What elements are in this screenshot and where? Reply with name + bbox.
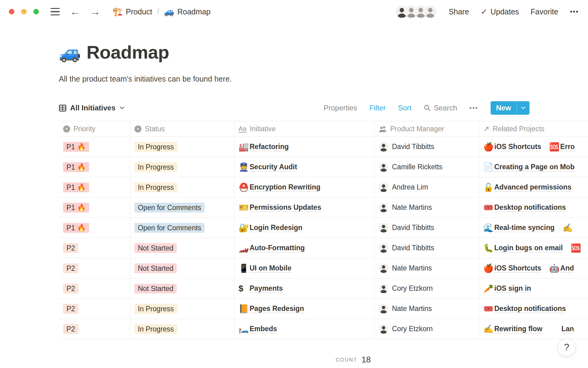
forward-arrow-icon[interactable]: → [90,7,100,17]
updates-button[interactable]: ✓ Updates [481,7,519,17]
related-project-link[interactable]: 🐛 Login bugs on email [483,243,563,253]
related-project-link[interactable]: Lan [550,325,574,333]
related-project-link[interactable]: 🎟️ Desktop notifications [483,203,566,213]
initiative-link[interactable]: Permissions Updates [250,203,321,212]
zoom-window-button[interactable] [33,9,39,14]
initiative-cell[interactable]: 🎫 Permissions Updates [234,197,375,217]
initiative-link[interactable]: Login Redesign [250,224,303,232]
initiative-link[interactable]: Security Audit [250,163,297,171]
new-button-dropdown[interactable] [517,101,530,115]
product-manager-cell[interactable]: David Tibbitts [375,137,479,157]
priority-cell[interactable]: P1 🔥 [59,177,130,197]
table-count[interactable]: COUNT 18 [336,355,371,365]
status-cell[interactable]: In Progress [130,137,234,157]
initiative-link[interactable]: Payments [250,284,283,293]
status-cell[interactable]: Open for Comments [130,218,234,238]
related-projects-cell[interactable]: 🔓 Advanced permissions [479,177,588,197]
help-button[interactable]: ? [558,339,575,356]
initiative-cell[interactable]: 🏎️ Auto-Formatting [234,238,375,258]
priority-cell[interactable]: P1 🔥 [59,137,130,157]
related-projects-cell[interactable]: 🥕 iOS sign in [479,278,588,298]
related-projects-cell[interactable]: 🐛 Login bugs on email 🆘 [479,238,588,258]
product-manager-cell[interactable]: David Tibbitts [375,218,479,238]
breadcrumb-item-roadmap[interactable]: 🚙 Roadmap [164,7,210,17]
initiative-link[interactable]: Refactoring [250,143,289,151]
new-button[interactable]: New [491,101,530,115]
product-manager-cell[interactable]: David Tibbitts [375,238,479,258]
initiative-cell[interactable]: 📱 UI on Mobile [234,258,375,278]
initiative-cell[interactable]: $ Payments [234,278,375,298]
column-header-related-projects[interactable]: ↗ Related Projects [479,121,588,136]
related-project-link[interactable]: 🔓 Advanced permissions [483,182,571,192]
column-header-initiative[interactable]: Aa Initiative [234,121,375,136]
initiative-cell[interactable]: 🛏️ Embeds [234,319,375,339]
related-project-link[interactable]: 🌊 Real-time syncing [483,223,555,233]
related-project-link[interactable]: 🆘 Erro [549,142,575,152]
properties-button[interactable]: Properties [324,104,357,112]
share-button[interactable]: Share [449,7,469,16]
related-project-link[interactable]: 🥕 iOS sign in [483,284,531,293]
status-cell[interactable]: Open for Comments [130,197,234,217]
product-manager-cell[interactable]: Camille Ricketts [375,157,479,177]
column-header-priority[interactable]: ▼ Priority [59,121,130,136]
initiative-cell[interactable]: ⛑️ Encryption Rewriting [234,177,375,197]
collaborator-avatars[interactable] [396,6,436,18]
status-cell[interactable]: In Progress [130,319,234,339]
product-manager-cell[interactable]: Nate Martins [375,299,479,319]
related-project-link[interactable]: 🎟️ Desktop notifications [483,304,566,314]
priority-cell[interactable]: P2 [59,278,130,298]
related-projects-cell[interactable]: 🎟️ Desktop notifications [479,197,588,217]
status-cell[interactable]: Not Started [130,258,234,278]
product-manager-cell[interactable]: Cory Etzkorn [375,319,479,339]
close-window-button[interactable] [9,9,14,14]
priority-cell[interactable]: P2 [59,299,130,319]
related-projects-cell[interactable]: 🎟️ Desktop notifications [479,299,588,319]
related-projects-cell[interactable]: 🍎 iOS Shortcuts 🆘 Erro [479,137,588,157]
page-subtitle[interactable]: All the product team's initiatives can b… [59,75,588,83]
product-manager-cell[interactable]: Andrea Lim [375,177,479,197]
sidebar-menu-icon[interactable] [51,8,60,16]
initiative-link[interactable]: UI on Mobile [250,264,292,273]
priority-cell[interactable]: P2 [59,238,130,258]
related-project-link[interactable]: 🍎 iOS Shortcuts [483,142,541,152]
page-title[interactable]: 🚙 Roadmap [59,42,588,63]
more-options-icon[interactable]: ••• [570,8,579,16]
status-cell[interactable]: In Progress [130,177,234,197]
breadcrumb-item-product[interactable]: 🏗️ Product [112,7,152,17]
initiative-link[interactable]: Embeds [250,325,277,333]
filter-button[interactable]: Filter [369,104,386,112]
search-button[interactable]: Search [424,104,457,112]
priority-cell[interactable]: P2 [59,258,130,278]
initiative-cell[interactable]: 🏭 Refactoring [234,137,375,157]
related-project-link[interactable]: 🍎 iOS Shortcuts [483,263,541,273]
favorite-button[interactable]: Favorite [531,7,558,16]
initiative-link[interactable]: Auto-Formatting [250,244,305,252]
related-project-link[interactable]: 🆘 [571,243,582,253]
sort-button[interactable]: Sort [398,104,411,112]
product-manager-cell[interactable]: Cory Etzkorn [375,278,479,298]
related-projects-cell[interactable]: 📄 Creating a Page on Mob [479,157,588,177]
priority-cell[interactable]: P1 🔥 [59,157,130,177]
product-manager-cell[interactable]: Nate Martins [375,197,479,217]
status-cell[interactable]: In Progress [130,157,234,177]
priority-cell[interactable]: P1 🔥 [59,218,130,238]
related-projects-cell[interactable]: 🌊 Real-time syncing ✍️ [479,218,588,238]
initiative-link[interactable]: Pages Redesign [250,305,304,313]
related-projects-cell[interactable]: ✍️ Rewriting flow Lan [479,319,588,339]
priority-cell[interactable]: P1 🔥 [59,197,130,217]
related-project-link[interactable]: 📄 Creating a Page on Mob [483,162,575,172]
related-project-link[interactable]: 🤖 And [549,263,574,273]
column-header-status[interactable]: ▼ Status [130,121,234,136]
status-cell[interactable]: Not Started [130,278,234,298]
initiative-cell[interactable]: 📙 Pages Redesign [234,299,375,319]
initiative-cell[interactable]: 👮 Security Audit [234,157,375,177]
view-tab-all-initiatives[interactable]: All Initiatives [59,104,124,112]
status-cell[interactable]: In Progress [130,299,234,319]
initiative-link[interactable]: Encryption Rewriting [250,183,320,192]
priority-cell[interactable]: P2 [59,319,130,339]
product-manager-cell[interactable]: Nate Martins [375,258,479,278]
column-header-product-manager[interactable]: Product Manager [375,121,479,136]
initiative-cell[interactable]: 🔐 Login Redesign [234,218,375,238]
back-arrow-icon[interactable]: ← [70,7,80,17]
related-projects-cell[interactable]: 🍎 iOS Shortcuts 🤖 And [479,258,588,278]
